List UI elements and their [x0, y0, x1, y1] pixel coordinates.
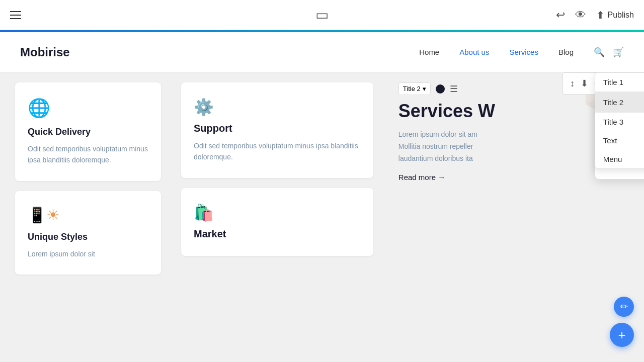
upload-icon: ⬆ — [596, 9, 605, 21]
undo-icon[interactable]: ↩ — [556, 9, 565, 22]
read-more-link[interactable]: Read more → — [398, 173, 445, 182]
card-title-market: Market — [194, 228, 361, 240]
nav-about[interactable]: About us — [459, 48, 489, 56]
card-title-quick-delivery: Quick Delivery — [28, 127, 148, 137]
right-content: 📦 Title 2 ▾ ☰ Services W Lorem ipsum dol… — [383, 72, 644, 362]
card-unique-styles: 📱☀ Unique Styles Lorem ipsum dolor sit — [15, 191, 161, 275]
color-indicator[interactable] — [436, 84, 445, 94]
card-title-unique-styles: Unique Styles — [28, 232, 148, 242]
dropdown-label-text: Text — [603, 136, 617, 145]
dropdown-label-title3: Title 3 — [603, 118, 623, 126]
align-icon[interactable]: ☰ — [450, 83, 458, 95]
cards-column: 🌐 Quick Delivery Odit sed temporibus vol… — [0, 72, 171, 362]
download-icon[interactable]: ⬇ — [579, 76, 590, 91]
card-market: 🛍️ Market — [181, 188, 373, 256]
site-nav-links: Home About us Services Blog — [419, 48, 574, 56]
cart-icon[interactable]: 🛒 — [613, 47, 624, 58]
style-current: Title 2 — [403, 85, 421, 93]
chevron-down-icon: ▾ — [423, 85, 426, 93]
preview-eye-icon[interactable]: 👁 — [575, 9, 586, 22]
style-selector[interactable]: Title 2 ▾ — [398, 82, 431, 95]
site-logo: Mobirise — [20, 45, 70, 59]
card-text-support: Odit sed temporibus voluptatum minus ips… — [194, 140, 361, 163]
globe-icon: 🌐 — [28, 98, 148, 119]
main-content: 🌐 Quick Delivery Odit sed temporibus vol… — [0, 72, 644, 362]
search-icon[interactable]: 🔍 — [594, 47, 605, 58]
bag-purple-icon: 🛍️ — [194, 203, 361, 222]
style-dropdown-menu: Title 1 Title 2 ✏ Title 3 Text Menu — [595, 72, 644, 169]
phone-sun-icon: 📱☀ — [28, 206, 148, 224]
publish-button[interactable]: ⬆ Publish — [596, 9, 634, 21]
dropdown-item-text[interactable]: Text — [595, 131, 644, 150]
dropdown-item-title2[interactable]: Title 2 ✏ — [595, 92, 644, 113]
card-title-support: Support — [194, 123, 361, 134]
move-up-icon[interactable]: ↕ — [568, 76, 577, 91]
read-more-label: Read more → — [398, 173, 445, 182]
hamburger-menu[interactable] — [10, 11, 21, 19]
toolbar-right: ↩ 👁 ⬆ Publish — [556, 9, 634, 22]
card-support: ⚙️ Support Odit sed temporibus voluptatu… — [181, 82, 373, 178]
center-column: ⚙️ Support Odit sed temporibus voluptatu… — [171, 72, 383, 362]
gear-green-icon: ⚙️ — [194, 98, 361, 117]
card-text-quick-delivery: Odit sed temporibus voluptatum minus ips… — [28, 143, 148, 166]
card-quick-delivery: 🌐 Quick Delivery Odit sed temporibus vol… — [15, 82, 161, 181]
nav-services[interactable]: Services — [509, 48, 538, 56]
site-nav-icons: 🔍 🛒 — [594, 47, 624, 58]
dropdown-label-title1: Title 1 — [603, 78, 623, 86]
publish-label: Publish — [608, 11, 634, 20]
toolbar-center: ▭ — [315, 7, 329, 23]
mobile-preview-icon[interactable]: ▭ — [315, 7, 329, 23]
dropdown-item-title1[interactable]: Title 1 — [595, 73, 644, 92]
site-navbar: Mobirise Home About us Services Blog 🔍 🛒 — [0, 32, 644, 72]
edit-fab[interactable]: ✏ — [614, 297, 634, 317]
dropdown-item-title3[interactable]: Title 3 — [595, 113, 644, 131]
site-nav-wrapper: Mobirise Home About us Services Blog 🔍 🛒… — [0, 32, 644, 72]
nav-home[interactable]: Home — [419, 48, 439, 56]
card-text-unique-styles: Lorem ipsum dolor sit — [28, 248, 148, 259]
dropdown-label-title2: Title 2 — [603, 98, 623, 107]
nav-blog[interactable]: Blog — [558, 48, 574, 56]
toolbar-left — [10, 11, 21, 19]
dropdown-item-menu[interactable]: Menu — [595, 150, 644, 168]
dropdown-label-menu: Menu — [603, 155, 622, 163]
add-fab[interactable]: + — [610, 323, 634, 347]
top-toolbar: ▭ ↩ 👁 ⬆ Publish — [0, 0, 644, 30]
